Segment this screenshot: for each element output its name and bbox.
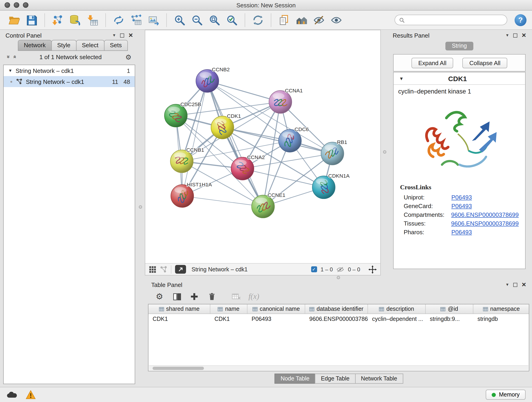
column-header-canonical-name[interactable]: canonical name [247,304,305,313]
import-table-file-button[interactable] [85,13,100,27]
crosslink-link-compartments[interactable]: 9606.ENSP00000378699 [451,211,519,218]
tab-select[interactable]: Select [76,40,104,51]
selected-checkbox-icon[interactable]: ✓ [311,266,317,272]
tab-style[interactable]: Style [51,40,76,51]
network-node-CDC25B[interactable]: CDC25B [165,101,201,127]
hide-selected-button[interactable] [312,13,326,27]
column-header-description[interactable]: description [368,304,426,313]
tab-string[interactable]: String [445,42,473,51]
network-node-CCNB2[interactable]: CCNB2 [196,66,230,92]
home-button[interactable] [294,13,309,27]
splitter-handle[interactable] [337,276,340,279]
table-settings-gear-icon[interactable]: ⚙ [154,292,165,302]
table-cell[interactable]: cyclin–dependent ... [368,316,426,322]
window-close-button[interactable] [5,2,10,8]
column-header-namespace[interactable]: namespace [473,304,529,313]
tab-network-table[interactable]: Network Table [355,374,403,384]
panel-float-icon[interactable] [513,33,517,37]
collapse-all-button[interactable]: Collapse All [462,57,507,68]
network-node-CCNA2[interactable]: CCNA2 [231,154,265,180]
expand-all-button[interactable]: Expand All [412,57,453,68]
tab-node-table[interactable]: Node Table [275,374,316,384]
window-minimize-button[interactable] [14,2,19,8]
open-session-button[interactable] [7,13,22,27]
apply-layout-button[interactable] [251,13,265,27]
show-all-button[interactable] [329,13,344,27]
network-row-selected[interactable]: ● String Network – cdk1 11 48 [4,76,135,87]
column-header--id[interactable]: @id [426,304,473,313]
tab-network[interactable]: Network [18,40,51,51]
panel-menu-icon[interactable]: ▾ [506,282,508,287]
show-columns-icon[interactable] [172,292,182,302]
crosslink-link-pharos[interactable]: P06493 [451,229,472,236]
title-bar[interactable]: Session: New Session [0,0,532,11]
panel-float-icon[interactable] [513,283,517,287]
network-options-gear-icon[interactable]: ⚙ [125,53,132,60]
network-node-CCNB1[interactable]: CCNB1 [171,147,204,173]
zoom-in-button[interactable] [172,13,187,27]
cloud-icon[interactable] [6,391,17,399]
panel-menu-icon[interactable]: ▾ [113,33,115,38]
search-box[interactable] [394,15,507,25]
table-cell[interactable]: 9606.ENSP00000378699 [305,316,368,322]
network-view-icon[interactable] [160,266,167,273]
panel-menu-icon[interactable]: ▾ [506,33,508,38]
function-builder-icon[interactable]: f(x) [249,292,259,302]
panel-close-icon[interactable]: × [522,32,526,39]
save-session-button[interactable] [24,13,39,27]
import-network-file-button[interactable] [51,13,65,27]
tab-edge-table[interactable]: Edge Table [315,374,355,384]
collapse-section-icon[interactable]: ▼ [399,76,404,81]
zoom-selected-button[interactable] [225,13,239,27]
table-row[interactable]: CDK1CDK1P064939606.ENSP00000378699cyclin… [148,314,529,324]
table-cell[interactable]: CDK1 [148,316,210,322]
zoom-fit-button[interactable] [207,13,222,27]
pan-crosshair-icon[interactable] [368,265,377,274]
zoom-out-button[interactable] [190,13,204,27]
table-horizontal-scrollbar[interactable] [149,365,528,370]
network-canvas[interactable]: CCNB2CCNA1CDC25BCDK1CDC6RB1CCNB1CCNA2CDK… [145,30,380,263]
network-node-HIST1H1A[interactable]: HIST1H1A [171,182,212,207]
add-column-icon[interactable] [189,292,199,302]
expand-all-icon[interactable]: » [11,55,17,58]
protein-header[interactable]: ▼ CDK1 [394,72,525,85]
column-header-shared-name[interactable]: shared name [148,304,210,313]
table-cell[interactable]: stringdb:9... [426,316,473,322]
table-cell[interactable]: P06493 [247,316,305,322]
column-header-name[interactable]: name [210,304,247,313]
grid-view-icon[interactable] [149,266,156,273]
window-zoom-button[interactable] [23,2,28,8]
crosslink-link-tissues[interactable]: 9606.ENSP00000378699 [451,220,519,227]
table-cell[interactable]: stringdb [473,316,529,322]
splitter-handle[interactable] [139,205,142,209]
import-network-database-button[interactable] [68,13,82,27]
scrollbar-thumb[interactable] [152,367,204,370]
panel-float-icon[interactable] [120,33,124,37]
crosslink-link-genecard[interactable]: P06493 [451,203,472,210]
new-network-button[interactable] [111,13,126,27]
panel-close-icon[interactable]: × [128,32,133,39]
collapse-all-icon[interactable]: » [5,55,12,58]
tab-sets[interactable]: Sets [104,40,128,51]
warning-icon[interactable] [26,390,36,399]
export-image-button[interactable] [146,13,161,27]
network-node-RB1[interactable]: RB1 [321,139,347,165]
delete-table-icon[interactable] [231,292,241,302]
tree-expand-icon[interactable]: ▼ [8,68,16,73]
help-button[interactable]: ? [515,14,526,26]
network-collection-row[interactable]: ▼ String Network – cdk1 1 [4,65,135,76]
delete-column-icon[interactable] [207,292,217,302]
table-cell[interactable]: CDK1 [210,316,247,322]
column-header-database-identifier[interactable]: database identifier [305,304,368,313]
splitter-handle[interactable] [383,150,386,153]
network-node-CDK1[interactable]: CDK1 [211,113,241,139]
detach-view-button[interactable] [175,265,186,274]
search-input[interactable] [407,17,503,23]
crosslink-link-uniprot[interactable]: P06493 [451,194,472,201]
panel-close-icon[interactable]: × [522,281,526,288]
network-node-CDKN1A[interactable]: CDKN1A [312,173,350,199]
memory-button[interactable]: Memory [486,390,526,400]
network-view[interactable]: CCNB2CCNA1CDC25BCDK1CDC6RB1CCNB1CCNA2CDK… [145,30,381,275]
network-node-CCNA1[interactable]: CCNA1 [269,88,303,114]
new-network-from-selection-button[interactable] [129,13,143,27]
